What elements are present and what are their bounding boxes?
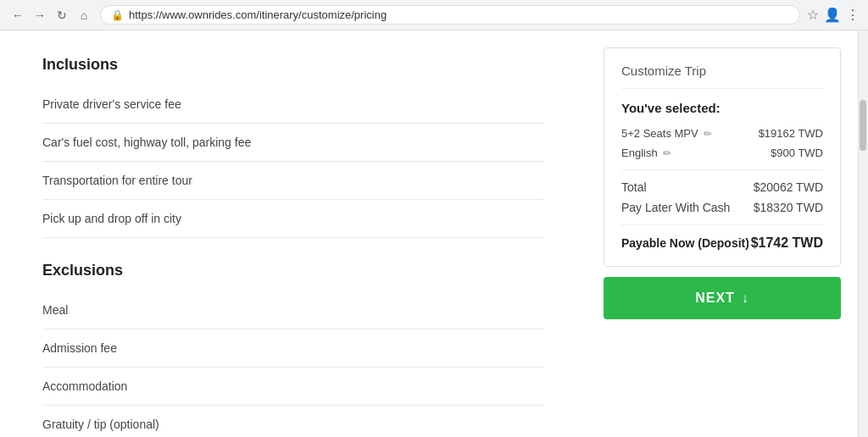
language-label-group: English ✏ [621, 147, 671, 159]
nav-buttons: ← → ↻ ⌂ [8, 6, 93, 25]
page-container: Inclusions Private driver's service fee … [0, 30, 868, 437]
inclusion-item-4: Pick up and drop off in city [42, 200, 544, 238]
profile-icon[interactable]: 👤 [824, 7, 841, 23]
inclusions-title: Inclusions [42, 56, 544, 74]
url-text: https://www.ownrides.com/itinerary/custo… [129, 8, 387, 21]
trip-card: Customize Trip You've selected: 5+2 Seat… [604, 47, 841, 267]
reload-button[interactable]: ↻ [53, 6, 71, 25]
menu-icon[interactable]: ⋮ [846, 7, 860, 23]
right-sidebar: Customize Trip You've selected: 5+2 Seat… [587, 30, 858, 437]
exclusion-item-4: Gratuity / tip (optional) [42, 406, 544, 437]
browser-actions: ☆ 👤 ⋮ [807, 7, 860, 23]
payable-now-label: Payable Now (Deposit) [621, 236, 749, 250]
next-button[interactable]: NEXT ↓ [604, 277, 841, 319]
left-content: Inclusions Private driver's service fee … [0, 30, 587, 437]
scrollbar-thumb[interactable] [860, 100, 866, 151]
vehicle-edit-icon[interactable]: ✏ [704, 128, 712, 140]
scrollbar[interactable] [858, 30, 868, 437]
exclusions-title: Exclusions [42, 262, 544, 279]
language-edit-icon[interactable]: ✏ [663, 147, 671, 159]
back-button[interactable]: ← [8, 6, 27, 25]
address-bar[interactable]: 🔒 https://www.ownrides.com/itinerary/cus… [100, 5, 800, 25]
divider-2 [621, 224, 823, 225]
pay-later-price: $18320 TWD [754, 201, 823, 214]
next-arrow-icon: ↓ [742, 290, 749, 306]
language-label: English [621, 147, 658, 159]
payable-now-price: $1742 TWD [751, 235, 823, 251]
pay-later-label: Pay Later With Cash [621, 201, 730, 214]
total-label: Total [621, 180, 647, 194]
divider-1 [621, 169, 823, 170]
inclusion-item-3: Transportation for entire tour [42, 162, 544, 200]
lock-icon: 🔒 [111, 9, 124, 21]
vehicle-label: 5+2 Seats MPV [621, 127, 698, 140]
exclusions-section: Exclusions Meal Admission fee Accommodat… [42, 262, 544, 437]
vehicle-line-item: 5+2 Seats MPV ✏ $19162 TWD [621, 127, 823, 140]
pay-later-row: Pay Later With Cash $18320 TWD [621, 201, 823, 214]
browser-chrome: ← → ↻ ⌂ 🔒 https://www.ownrides.com/itine… [0, 0, 868, 30]
language-price: $900 TWD [771, 147, 823, 159]
home-button[interactable]: ⌂ [75, 6, 93, 25]
language-line-item: English ✏ $900 TWD [621, 147, 823, 159]
inclusion-item-1: Private driver's service fee [42, 86, 544, 124]
next-label: NEXT [695, 290, 735, 306]
bookmark-icon[interactable]: ☆ [807, 7, 819, 23]
selected-label: You've selected: [621, 101, 823, 115]
total-price: $20062 TWD [754, 180, 823, 194]
payable-now-row: Payable Now (Deposit) $1742 TWD [621, 235, 823, 251]
forward-button[interactable]: → [31, 6, 49, 25]
exclusion-item-2: Admission fee [42, 329, 544, 368]
vehicle-label-group: 5+2 Seats MPV ✏ [621, 127, 712, 140]
total-row: Total $20062 TWD [621, 180, 823, 194]
trip-card-title: Customize Trip [621, 64, 823, 89]
exclusion-item-1: Meal [42, 291, 544, 329]
vehicle-price: $19162 TWD [759, 127, 823, 140]
exclusion-item-3: Accommodation [42, 368, 544, 406]
inclusion-item-2: Car's fuel cost, highway toll, parking f… [42, 124, 544, 162]
